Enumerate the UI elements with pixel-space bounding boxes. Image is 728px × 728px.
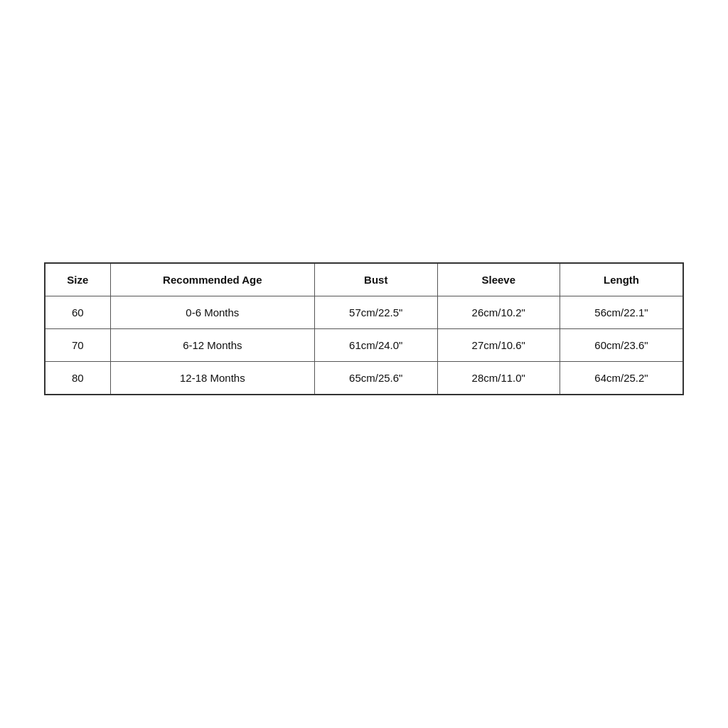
cell-sleeve: 28cm/11.0" <box>437 361 560 395</box>
cell-length: 60cm/23.6" <box>560 328 683 361</box>
cell-bust: 65cm/25.6" <box>315 361 438 395</box>
cell-size: 70 <box>45 328 110 361</box>
table-row: 600-6 Months57cm/22.5"26cm/10.2"56cm/22.… <box>45 296 683 328</box>
table-header-row: Size Recommended Age Bust Sleeve Length <box>45 263 683 296</box>
size-chart-wrapper: Size Recommended Age Bust Sleeve Length … <box>44 262 684 395</box>
table-row: 8012-18 Months65cm/25.6"28cm/11.0"64cm/2… <box>45 361 683 395</box>
cell-age: 6-12 Months <box>110 328 314 361</box>
cell-age: 0-6 Months <box>110 296 314 328</box>
cell-size: 80 <box>45 361 110 395</box>
cell-length: 64cm/25.2" <box>560 361 683 395</box>
header-bust: Bust <box>315 263 438 296</box>
header-sleeve: Sleeve <box>437 263 560 296</box>
cell-sleeve: 26cm/10.2" <box>437 296 560 328</box>
header-length: Length <box>560 263 683 296</box>
header-size: Size <box>45 263 110 296</box>
cell-bust: 61cm/24.0" <box>315 328 438 361</box>
cell-age: 12-18 Months <box>110 361 314 395</box>
cell-sleeve: 27cm/10.6" <box>437 328 560 361</box>
cell-length: 56cm/22.1" <box>560 296 683 328</box>
cell-size: 60 <box>45 296 110 328</box>
cell-bust: 57cm/22.5" <box>315 296 438 328</box>
size-chart-table: Size Recommended Age Bust Sleeve Length … <box>44 262 684 395</box>
table-row: 706-12 Months61cm/24.0"27cm/10.6"60cm/23… <box>45 328 683 361</box>
header-recommended-age: Recommended Age <box>110 263 314 296</box>
